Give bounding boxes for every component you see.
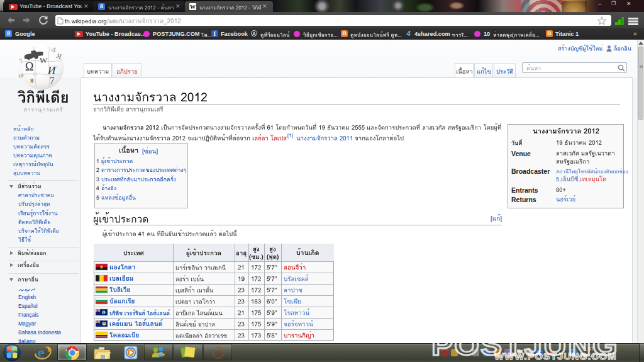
svg-text:я: я — [30, 76, 34, 84]
svg-text:Ω: Ω — [25, 60, 33, 73]
svg-text:И: И — [47, 64, 57, 76]
svg-text:W: W — [40, 55, 48, 65]
